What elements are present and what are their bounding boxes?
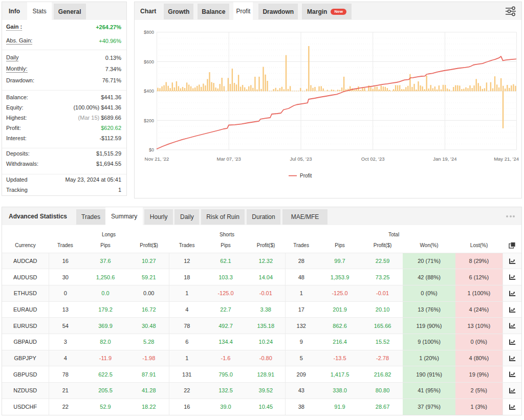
svg-text:Profit: Profit (300, 173, 312, 179)
svg-text:$800: $800 (144, 30, 154, 35)
svg-text:Nov 21, '22: Nov 21, '22 (145, 156, 169, 162)
svg-text:$200: $200 (144, 118, 154, 123)
svg-text:$600: $600 (144, 59, 154, 64)
svg-text:$0: $0 (149, 147, 154, 152)
svg-text:$400: $400 (144, 89, 154, 94)
svg-text:May 21, '24: May 21, '24 (494, 156, 519, 162)
svg-text:Jan 19, '24: Jan 19, '24 (433, 156, 456, 162)
svg-text:Jul 05, '23: Jul 05, '23 (290, 156, 312, 162)
svg-text:Mar 07, '23: Mar 07, '23 (217, 156, 241, 162)
svg-text:Oct 02, '23: Oct 02, '23 (361, 156, 385, 162)
